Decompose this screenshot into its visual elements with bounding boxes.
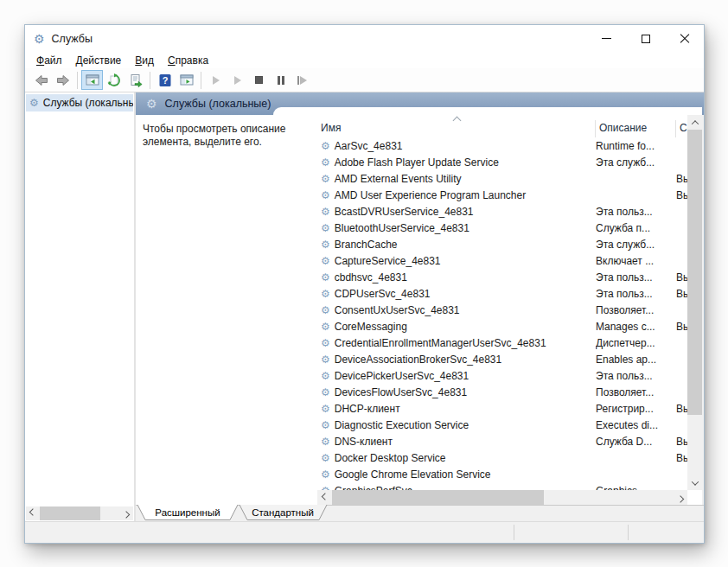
scroll-down-icon[interactable]: [687, 475, 702, 490]
toolbar: ?: [25, 68, 704, 92]
service-name: AMD External Events Utility: [335, 173, 462, 185]
close-button[interactable]: [665, 25, 704, 52]
banner-title: Службы (локальные): [165, 98, 271, 110]
service-gear-icon: ⚙: [321, 452, 330, 464]
scroll-right-icon[interactable]: [673, 490, 687, 505]
pause-service-button[interactable]: [270, 70, 291, 90]
service-gear-icon: ⚙: [321, 386, 330, 398]
resume-service-icon: [234, 76, 241, 85]
scroll-right-icon[interactable]: [119, 506, 133, 520]
service-row[interactable]: ⚙ AMD User Experience Program Launcher В…: [317, 187, 687, 203]
menu-file[interactable]: Файл: [29, 53, 69, 68]
refresh-icon: [107, 73, 121, 87]
service-row[interactable]: ⚙ Google Chrome Elevation Service: [317, 466, 687, 482]
service-gear-icon: ⚙: [321, 206, 330, 218]
scroll-up-icon[interactable]: [687, 115, 702, 130]
service-gear-icon: ⚙: [321, 337, 330, 349]
menu-help[interactable]: Справка: [161, 53, 215, 68]
services-node-icon: ⚙: [29, 97, 39, 109]
stop-service-button[interactable]: [248, 70, 270, 90]
service-row[interactable]: ⚙ BranchCache Эта служб...: [317, 236, 687, 252]
service-description: Позволяет...: [596, 304, 676, 316]
service-name: CDPUserSvc_4e831: [335, 288, 431, 300]
tree-horizontal-scrollbar[interactable]: [26, 506, 133, 520]
service-description: Служба D...: [596, 436, 676, 448]
service-gear-icon: ⚙: [321, 222, 330, 234]
service-row[interactable]: ⚙ cbdhsvc_4e831 Эта польз... Вы: [317, 269, 687, 285]
service-description: Эта служб...: [596, 239, 676, 251]
maximize-icon: [642, 35, 650, 43]
properties-window-button[interactable]: [176, 70, 197, 90]
scroll-left-icon[interactable]: [317, 490, 332, 505]
service-row[interactable]: ⚙ CaptureService_4e831 Включает ...: [317, 252, 687, 269]
service-row[interactable]: ⚙ Docker Desktop Service Вы: [317, 449, 687, 466]
forward-button[interactable]: [52, 70, 73, 90]
service-name: DNS-клиент: [335, 436, 393, 448]
scrollbar-thumb[interactable]: [40, 506, 100, 520]
service-row[interactable]: ⚙ AMD External Events Utility Вы: [317, 170, 687, 187]
help-button[interactable]: ?: [154, 70, 176, 90]
service-description: Позволяет...: [596, 386, 676, 398]
toolbar-separator: [150, 72, 150, 89]
service-row[interactable]: ⚙ ConsentUxUserSvc_4e831 Позволяет...: [317, 302, 687, 318]
service-gear-icon: ⚙: [321, 239, 330, 251]
minimize-button[interactable]: [587, 25, 626, 52]
view-tabs: Расширенный Стандартный: [136, 505, 704, 521]
service-row[interactable]: ⚙ AarSvc_4e831 Runtime fo...: [317, 137, 687, 154]
menu-action[interactable]: Действие: [69, 53, 129, 68]
vertical-scrollbar[interactable]: [687, 115, 702, 490]
resume-service-button[interactable]: [227, 70, 248, 90]
scrollbar-thumb[interactable]: [687, 130, 702, 415]
window-title: Службы: [52, 33, 93, 45]
service-row[interactable]: ⚙ DevicesFlowUserSvc_4e831 Позволяет...: [317, 384, 687, 400]
service-row[interactable]: ⚙ BcastDVRUserService_4e831 Эта польз...: [317, 203, 687, 220]
horizontal-scrollbar[interactable]: [317, 490, 687, 505]
close-icon: [680, 34, 690, 44]
refresh-button[interactable]: [103, 70, 125, 90]
service-name: BcastDVRUserService_4e831: [335, 206, 474, 218]
services-app-icon: ⚙: [34, 33, 45, 45]
service-row[interactable]: ⚙ DNS-клиент Служба D... Вы: [317, 433, 687, 449]
content-area: ⚙ Службы (локальны ⚙ Службы (локальные) …: [25, 92, 704, 521]
back-button[interactable]: [30, 70, 52, 90]
menu-view[interactable]: Вид: [128, 53, 161, 68]
tab-extended-label[interactable]: Расширенный: [155, 507, 220, 518]
service-description: Executes di...: [596, 419, 676, 431]
maximize-button[interactable]: [626, 25, 665, 52]
scroll-left-icon[interactable]: [26, 506, 40, 520]
service-name: Google Chrome Elevation Service: [335, 468, 491, 481]
service-row[interactable]: ⚙ Diagnostic Execution Service Executes …: [317, 417, 687, 433]
tab-standard-label[interactable]: Стандартный: [252, 507, 314, 518]
service-description: Enables ap...: [596, 354, 676, 366]
service-row[interactable]: ⚙ CredentialEnrollmentManagerUserSvc_4e8…: [317, 334, 687, 351]
scrollbar-thumb[interactable]: [332, 490, 544, 505]
service-row[interactable]: ⚙ BluetoothUserService_4e831 Служба п...: [317, 220, 687, 236]
service-row[interactable]: ⚙ DevicePickerUserSvc_4e831 Эта польз...: [317, 367, 687, 384]
service-gear-icon: ⚙: [321, 354, 330, 366]
start-service-button[interactable]: [205, 70, 227, 90]
service-row[interactable]: ⚙ GraphicsPerfSvc Graphics...: [317, 482, 687, 490]
tree-item-services-local[interactable]: ⚙ Службы (локальны: [26, 94, 133, 111]
service-description: Диспетчер...: [596, 337, 676, 349]
column-header-status[interactable]: Со: [676, 120, 687, 137]
service-gear-icon: ⚙: [321, 173, 330, 185]
service-name: DevicePickerUserSvc_4e831: [335, 370, 469, 382]
service-status: Вы: [676, 271, 687, 284]
service-name: ConsentUxUserSvc_4e831: [335, 304, 460, 316]
export-list-button[interactable]: [125, 70, 146, 90]
services-view: Чтобы просмотреть описание элемента, выд…: [136, 115, 702, 505]
service-status: Вы: [676, 173, 687, 185]
tree-item-label: Службы (локальны: [43, 97, 133, 109]
restart-service-button[interactable]: [291, 70, 313, 90]
service-description: Эта польз...: [596, 370, 676, 382]
service-row[interactable]: ⚙ CoreMessaging Manages c... Вы: [317, 318, 687, 334]
service-row[interactable]: ⚙ CDPUserSvc_4e831 Эта польз... Вы: [317, 285, 687, 302]
column-header-description[interactable]: Описание: [596, 120, 676, 137]
service-row[interactable]: ⚙ Adobe Flash Player Update Service Эта …: [317, 154, 687, 170]
service-row[interactable]: ⚙ DHCP-клиент Регистрир... Вы: [317, 400, 687, 417]
show-console-tree-button[interactable]: [81, 70, 103, 90]
service-status: Вы: [676, 321, 687, 333]
column-header-row: Имя Описание Со: [317, 115, 687, 137]
service-row[interactable]: ⚙ DeviceAssociationBrokerSvc_4e831 Enabl…: [317, 351, 687, 367]
service-description: Эта польз...: [596, 271, 676, 284]
